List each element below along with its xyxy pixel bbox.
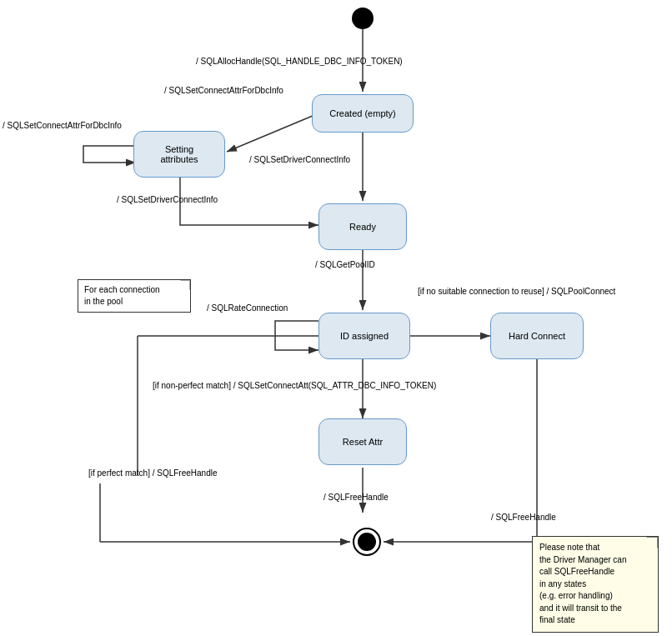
label-rate-connection: / SQLRateConnection — [207, 303, 288, 313]
label-get-pool-id: / SQLGetPoolID — [315, 260, 375, 269]
state-hard-connect: Hard Connect — [490, 313, 584, 359]
diagram-container: Created (empty) Setting attributes Ready… — [0, 0, 672, 636]
state-created-empty: Created (empty) — [312, 94, 414, 133]
label-alloc-handle: / SQLAllocHandle(SQL_HANDLE_DBC_INFO_TOK… — [196, 57, 403, 66]
label-free-handle1: / SQLFreeHandle — [323, 493, 389, 502]
state-created-empty-label: Created (empty) — [329, 108, 395, 118]
label-non-perfect-match: [if non-perfect match] / SQLSetConnectAt… — [153, 381, 436, 390]
note-box: Please note thatthe Driver Manager canca… — [532, 536, 659, 633]
state-setting-attributes: Setting attributes — [133, 131, 225, 178]
state-reset-attr-label: Reset Attr — [343, 437, 383, 447]
self-loop-setting — [83, 146, 136, 163]
state-id-assigned-label: ID assigned — [340, 331, 389, 341]
label-set-driver-connect2: / SQLSetDriverConnectInfo — [117, 195, 218, 204]
label-if-no-suitable: [if no suitable connection to reuse] / S… — [418, 286, 615, 298]
pool-note-box: For each connectionin the pool — [78, 279, 191, 313]
arrow-created-setting — [227, 113, 318, 152]
note-label: Please note thatthe Driver Manager canca… — [539, 543, 627, 624]
label-set-connect-attr-dbc: / SQLSetConnectAttrForDbcInfo — [164, 86, 283, 95]
label-set-driver-connect1: / SQLSetDriverConnectInfo — [249, 155, 350, 164]
state-id-assigned: ID assigned — [318, 313, 410, 359]
pool-note-label: For each connectionin the pool — [84, 285, 160, 306]
state-hard-connect-label: Hard Connect — [509, 331, 565, 341]
label-set-connect-attr-for: / SQLSetConnectAttrForDbcInfo — [3, 121, 122, 130]
state-setting-attributes-label: Setting attributes — [160, 144, 198, 164]
state-ready: Ready — [318, 203, 407, 250]
state-reset-attr: Reset Attr — [318, 418, 407, 465]
state-ready-label: Ready — [349, 222, 376, 232]
label-perfect-match: [if perfect match] / SQLFreeHandle — [88, 468, 218, 478]
label-free-handle2: / SQLFreeHandle — [491, 513, 556, 522]
final-state-fill — [358, 533, 376, 551]
start-state — [352, 8, 374, 29]
